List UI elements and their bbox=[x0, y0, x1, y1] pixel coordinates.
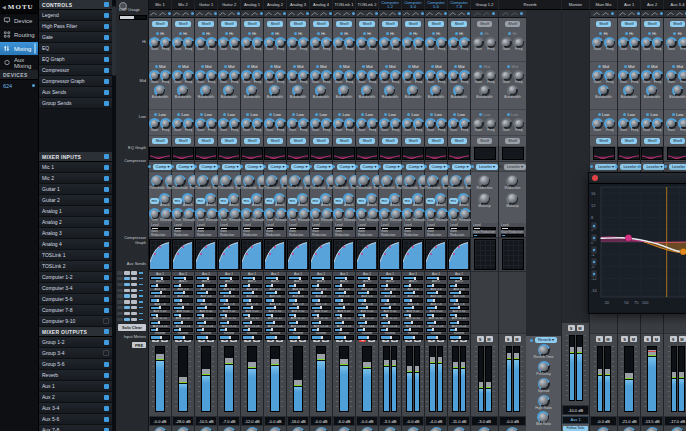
band-enable-dot[interactable] bbox=[648, 32, 651, 35]
low-shelf-button[interactable]: Shelf bbox=[382, 138, 397, 144]
strip-enable-dot[interactable] bbox=[283, 12, 286, 15]
aux-mode-button[interactable] bbox=[117, 283, 123, 287]
band-enable-dot[interactable] bbox=[623, 113, 626, 116]
fader-db-value[interactable]: -28.0 dB bbox=[172, 416, 194, 426]
hi-shelf-button[interactable]: Shelf bbox=[221, 21, 236, 27]
control-toggle[interactable] bbox=[104, 101, 109, 106]
threshold-knob[interactable] bbox=[243, 175, 255, 187]
band-enable-dot[interactable] bbox=[386, 32, 389, 35]
control-item-compressor[interactable]: Compressor bbox=[39, 65, 112, 76]
mute-button[interactable]: M bbox=[486, 336, 493, 342]
aux-send-handle[interactable] bbox=[227, 321, 229, 324]
reverb-enable-dot[interactable] bbox=[530, 339, 533, 342]
aux-send-handle[interactable] bbox=[320, 306, 322, 309]
eq-graph-thumb[interactable] bbox=[448, 147, 470, 160]
aux-send-slider[interactable] bbox=[173, 298, 193, 302]
level-meter[interactable] bbox=[406, 346, 413, 412]
aux-send-slider[interactable] bbox=[426, 335, 446, 339]
aux-send-slider[interactable] bbox=[311, 313, 331, 317]
comp-graph-thumb[interactable] bbox=[502, 239, 524, 270]
aux-send-slider[interactable] bbox=[403, 313, 423, 317]
hi-shelf-button[interactable]: Shelf bbox=[267, 21, 282, 27]
level-meter[interactable] bbox=[437, 346, 444, 412]
aux-send-handle[interactable] bbox=[386, 284, 388, 287]
comp-enable-dot[interactable] bbox=[171, 165, 174, 168]
band-enable-dot[interactable] bbox=[479, 65, 482, 68]
aux-send-slider[interactable] bbox=[380, 335, 400, 339]
comp-graph-thumb[interactable] bbox=[379, 239, 401, 270]
aux-send-handle[interactable] bbox=[156, 314, 158, 317]
comp-enable-dot[interactable] bbox=[309, 165, 312, 168]
mixer-output-toggle[interactable] bbox=[104, 395, 109, 400]
hi-shelf-button[interactable]: Shelf bbox=[644, 21, 659, 27]
aux-send-slider[interactable] bbox=[334, 313, 354, 317]
aux-post-button[interactable] bbox=[131, 318, 137, 322]
aux-send-handle[interactable] bbox=[321, 336, 323, 339]
aux-send-slider[interactable] bbox=[357, 291, 377, 295]
band-enable-dot[interactable] bbox=[155, 65, 158, 68]
aux-send-slider[interactable] bbox=[150, 298, 170, 302]
fader-db-value[interactable]: -10.5 dB bbox=[195, 416, 217, 426]
band-enable-dot[interactable] bbox=[292, 113, 295, 116]
comp-enable-dot[interactable] bbox=[286, 165, 289, 168]
gate-icon[interactable] bbox=[251, 12, 258, 16]
band-enable-dot[interactable] bbox=[269, 113, 272, 116]
eq-graph-thumb[interactable] bbox=[379, 147, 401, 160]
aux-post-button[interactable] bbox=[131, 300, 137, 304]
makeup-knob[interactable] bbox=[506, 193, 518, 205]
level-meter[interactable] bbox=[671, 346, 678, 412]
aux-send-handle[interactable] bbox=[388, 321, 390, 324]
aux-pre-button[interactable] bbox=[124, 312, 130, 316]
pan-knob[interactable] bbox=[177, 427, 190, 431]
aux-send-handle[interactable] bbox=[275, 336, 277, 339]
band-enable-dot[interactable] bbox=[672, 113, 675, 116]
band-enable-dot[interactable] bbox=[293, 65, 296, 68]
aux-send-handle[interactable] bbox=[344, 336, 346, 339]
aux-send-slider[interactable] bbox=[426, 298, 446, 302]
aux-send-handle[interactable] bbox=[414, 277, 416, 280]
aux-send-slider[interactable] bbox=[403, 328, 423, 332]
aux-send-handle[interactable] bbox=[365, 321, 367, 324]
aux-send-handle[interactable] bbox=[432, 328, 434, 331]
aux-send-handle[interactable] bbox=[273, 321, 275, 324]
hpf-icon[interactable] bbox=[288, 12, 295, 16]
aux-send-handle[interactable] bbox=[456, 299, 458, 302]
aux-send-slider[interactable] bbox=[426, 306, 446, 310]
ms-toggle[interactable]: ms bbox=[403, 198, 412, 204]
aux-mode-button[interactable] bbox=[117, 318, 123, 322]
band-enable-dot[interactable] bbox=[431, 65, 434, 68]
controls-master-toggle[interactable] bbox=[104, 2, 109, 7]
aux-send-handle[interactable] bbox=[345, 277, 347, 280]
aux-send-slider[interactable] bbox=[334, 328, 354, 332]
aux-send-slider[interactable] bbox=[219, 321, 239, 325]
aux-send-handle[interactable] bbox=[248, 314, 250, 317]
strip-enable-dot[interactable] bbox=[421, 12, 424, 15]
band-enable-dot[interactable] bbox=[480, 32, 483, 35]
reduction-knob[interactable] bbox=[478, 175, 490, 187]
aux-post-button[interactable] bbox=[131, 312, 137, 316]
band-enable-dot[interactable] bbox=[624, 65, 627, 68]
low-shelf-button[interactable]: Shelf bbox=[198, 138, 213, 144]
aux-send-slider[interactable] bbox=[380, 276, 400, 280]
level-meter[interactable] bbox=[270, 346, 280, 412]
aux-send-handle[interactable] bbox=[294, 284, 296, 287]
aux-send-handle[interactable] bbox=[179, 284, 181, 287]
control-item-legend[interactable]: Legend bbox=[39, 10, 112, 21]
mixer-output-toggle[interactable] bbox=[104, 417, 109, 422]
reduction-knob[interactable] bbox=[506, 175, 518, 187]
aux-send-handle[interactable] bbox=[225, 328, 227, 331]
aux-send-slider[interactable] bbox=[380, 298, 400, 302]
mixer-input-analog-2[interactable]: Analog 2 bbox=[39, 217, 112, 228]
aux-send-slider[interactable] bbox=[196, 276, 216, 280]
aux-send-slider[interactable] bbox=[380, 328, 400, 332]
control-toggle[interactable] bbox=[104, 79, 109, 84]
level-meter[interactable] bbox=[506, 346, 513, 412]
level-meter[interactable] bbox=[647, 346, 657, 412]
aux-send-handle[interactable] bbox=[340, 284, 342, 287]
aux-send-slider[interactable] bbox=[150, 276, 170, 280]
aux-send-handle[interactable] bbox=[458, 306, 460, 309]
aux-send-slider[interactable] bbox=[449, 298, 469, 302]
aux-send-handle[interactable] bbox=[317, 328, 319, 331]
hpf-icon[interactable] bbox=[334, 12, 341, 16]
band-enable-dot[interactable] bbox=[317, 32, 320, 35]
